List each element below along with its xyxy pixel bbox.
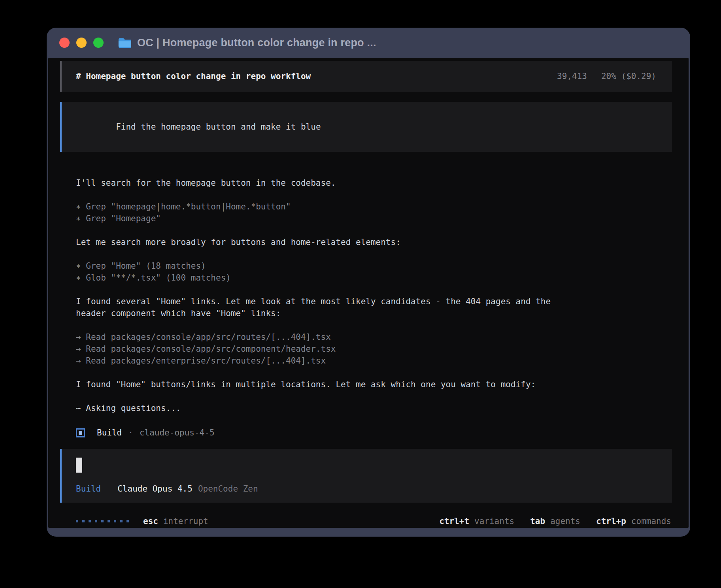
esc-action-label: interrupt	[163, 516, 208, 526]
spinner-dot	[108, 520, 110, 522]
statusbar: esc interrupt ctrl+tvariantstabagentsctr…	[60, 515, 672, 527]
terminal-content: # Homepage button color change in repo w…	[48, 58, 689, 528]
agent-badge[interactable]: Build	[76, 484, 101, 494]
session-title: # Homepage button color change in repo w…	[76, 72, 311, 81]
terminal-window: OC | Homepage button color change in rep…	[47, 28, 690, 537]
spinner-dot	[82, 520, 85, 522]
provider-label: OpenCode Zen	[198, 484, 258, 494]
tool-call-line: ∗ Grep "Homepage"	[76, 213, 672, 224]
shortcut-key: ctrl+t	[439, 516, 469, 526]
spinner-dot	[120, 520, 123, 522]
assistant-text-block: I found "Home" buttons/links in multiple…	[76, 379, 672, 390]
assistant-text-block: ~ Asking questions...	[76, 402, 672, 414]
minimize-button[interactable]	[76, 38, 87, 48]
shortcut-hint: ctrl+pcommands	[596, 516, 671, 526]
titlebar[interactable]: OC | Homepage button color change in rep…	[47, 28, 690, 58]
shortcut-action: commands	[631, 516, 671, 526]
tool-call-line: → Read packages/enterprise/src/routes/[.…	[76, 355, 672, 367]
separator-dot: ·	[128, 428, 133, 437]
assistant-text-line: I'll search for the homepage button in t…	[76, 177, 672, 189]
shortcut-hint: ctrl+tvariants	[439, 516, 514, 526]
shortcut-action: variants	[474, 516, 514, 526]
assistant-text-block: Let me search more broadly for buttons a…	[76, 236, 672, 248]
assistant-text-line: ~ Asking questions...	[76, 402, 672, 414]
spinner-dot	[114, 520, 116, 522]
shortcut-action: agents	[550, 516, 580, 526]
context-usage: 20% ($0.29)	[601, 72, 656, 81]
model-label[interactable]: Claude Opus 4.5	[117, 484, 193, 494]
tool-call-line: → Read packages/console/app/src/componen…	[76, 343, 672, 355]
agent-model: claude-opus-4-5	[140, 428, 215, 437]
statusbar-left: esc interrupt	[76, 516, 208, 526]
agent-name: Build	[97, 428, 122, 437]
shortcut-hint: tabagents	[530, 516, 580, 526]
agent-icon-fill	[79, 431, 82, 435]
statusbar-shortcuts: ctrl+tvariantstabagentsctrl+pcommands	[439, 516, 671, 526]
agent-icon	[76, 428, 85, 437]
assistant-text-block: I found several "Home" links. Let me loo…	[76, 296, 672, 319]
agent-status-line: Build·claude-opus-4-5	[76, 426, 672, 439]
assistant-text-line: Let me search more broadly for buttons a…	[76, 236, 672, 248]
spinner-dot	[95, 520, 97, 522]
input-meta: Build Claude Opus 4.5 OpenCode Zen	[76, 483, 672, 495]
tool-call-line: ∗ Grep "Home" (18 matches)	[76, 260, 672, 272]
close-button[interactable]	[59, 38, 70, 48]
tool-call-line: ∗ Grep "homepage|home.*button|Home.*butt…	[76, 201, 672, 213]
folder-icon	[118, 37, 131, 48]
session-header: # Homepage button color change in repo w…	[60, 61, 672, 92]
token-count: 39,413	[557, 72, 587, 81]
tool-call-line: → Read packages/console/app/src/routes/[…	[76, 331, 672, 343]
spinner-dot	[89, 520, 91, 522]
esc-key-hint: esc	[143, 516, 158, 526]
fullscreen-button[interactable]	[93, 38, 104, 48]
spinner-dot	[101, 520, 104, 522]
spinner-dot	[76, 520, 78, 522]
prompt-input[interactable]: Build Claude Opus 4.5 OpenCode Zen	[60, 449, 672, 503]
user-message: Find the homepage button and make it blu…	[60, 102, 672, 152]
text-cursor	[76, 458, 82, 473]
session-stats: 39,413 20% ($0.29)	[557, 72, 656, 81]
traffic-lights	[59, 38, 104, 48]
tool-call-block: → Read packages/console/app/src/routes/[…	[76, 331, 672, 367]
assistant-text-line: I found several "Home" links. Let me loo…	[76, 296, 672, 307]
spinner-dots	[76, 520, 129, 522]
shortcut-key: tab	[530, 516, 545, 526]
tool-call-block: ∗ Grep "Home" (18 matches)∗ Glob "**/*.t…	[76, 260, 672, 284]
assistant-text-line: I found "Home" buttons/links in multiple…	[76, 379, 672, 390]
spinner-dot	[126, 520, 129, 522]
assistant-text-line: header component which have "Home" links…	[76, 307, 672, 319]
assistant-text-block: I'll search for the homepage button in t…	[76, 177, 672, 189]
tool-call-block: ∗ Grep "homepage|home.*button|Home.*butt…	[76, 201, 672, 224]
user-message-text: Find the homepage button and make it blu…	[116, 122, 321, 132]
title-group: OC | Homepage button color change in rep…	[118, 37, 376, 49]
window-title: OC | Homepage button color change in rep…	[137, 37, 376, 49]
desktop-background: OC | Homepage button color change in rep…	[0, 0, 721, 588]
shortcut-key: ctrl+p	[596, 516, 626, 526]
transcript: I'll search for the homepage button in t…	[60, 177, 672, 439]
tool-call-line: ∗ Glob "**/*.tsx" (100 matches)	[76, 272, 672, 284]
